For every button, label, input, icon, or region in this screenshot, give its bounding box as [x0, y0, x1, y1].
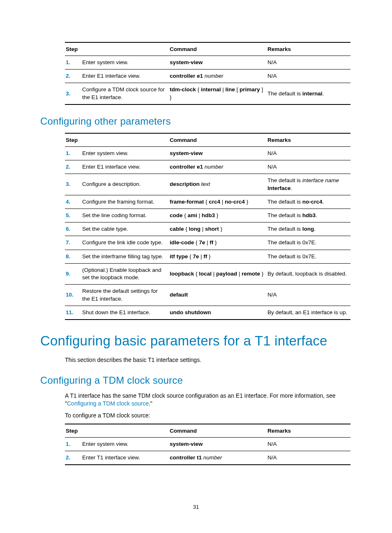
bold-text: long [189, 226, 201, 232]
th-remarks: Remarks [267, 424, 350, 438]
step-number: 1. [65, 146, 81, 160]
step-number: 10. [65, 285, 81, 306]
step-description: Shut down the E1 interface. [81, 306, 169, 320]
table-row: 1.Enter system view.system-viewN/A [65, 56, 350, 70]
bold-text: hdb3 [302, 212, 316, 218]
bold-text: internal [201, 86, 221, 93]
bold-text: ff [210, 239, 213, 246]
step-description: Enter system view. [81, 146, 169, 160]
remarks-cell: N/A [267, 437, 350, 451]
command-cell: system-view [169, 146, 267, 160]
command-cell: code { ami | hdb3 } [169, 209, 267, 222]
bold-text: ami [188, 212, 197, 218]
remarks-cell: The default is 0x7E. [267, 250, 350, 263]
table-header-row: Step Command Remarks [65, 424, 350, 438]
bold-text: controller e1 [170, 164, 203, 170]
command-cell: description text [169, 174, 267, 195]
th-step: Step [65, 424, 169, 438]
table-row: 10.Restore the default settings for the … [65, 285, 350, 306]
remarks-cell: The default is no-crc4. [267, 195, 350, 209]
table-row: 3.Configure a TDM clock source for the E… [65, 83, 350, 104]
italic-text: number [205, 164, 224, 170]
bold-text: 7e [199, 239, 205, 246]
link-config-tdm-clock[interactable]: Configuring a TDM clock source [67, 400, 149, 407]
command-cell: idle-code { 7e | ff } [169, 236, 267, 250]
remarks-cell: N/A [267, 285, 350, 306]
step-description: Enter E1 interface view. [81, 70, 169, 83]
th-command: Command [169, 42, 267, 56]
table-row: 11.Shut down the E1 interface.undo shutd… [65, 306, 350, 320]
bold-text: 7e [193, 253, 199, 260]
command-cell: tdm-clock { internal | line [ primary ] … [169, 83, 267, 104]
remarks-cell: N/A [267, 451, 350, 465]
paragraph-tdm-to-configure: To configure a TDM clock source: [65, 412, 352, 419]
table-row: 2.Enter T1 interface view.controller t1 … [65, 451, 350, 465]
text: ." [149, 400, 152, 407]
heading-tdm-clock-t1: Configuring a TDM clock source [40, 375, 352, 386]
table-row: 6.Set the cable type.cable { long | shor… [65, 222, 350, 236]
bold-text: description [170, 181, 200, 187]
table-header-row: Step Command Remarks [65, 133, 350, 147]
bold-text: no-crc4 [225, 199, 245, 205]
bold-text: cable [170, 226, 184, 232]
table-row: 3.Configure a description.description te… [65, 174, 350, 195]
remarks-cell: By default, an E1 interface is up. [267, 306, 350, 320]
step-description: (Optional.) Enable loopback and set the … [81, 263, 169, 284]
table-row: 4.Configure the framing format.frame-for… [65, 195, 350, 209]
table-t1-tdm-clock: Step Command Remarks 1.Enter system view… [65, 424, 350, 465]
th-step: Step [65, 133, 169, 147]
step-number: 11. [65, 306, 81, 320]
th-step: Step [65, 42, 169, 56]
step-description: Configure a TDM clock source for the E1 … [81, 83, 169, 104]
remarks-cell: N/A [267, 146, 350, 160]
bold-text: line [226, 86, 235, 93]
bold-text: idle-code [170, 239, 194, 246]
table-row: 8.Set the interframe filling tag type.it… [65, 250, 350, 263]
step-number: 5. [65, 209, 81, 222]
th-command: Command [169, 424, 267, 438]
bold-text: payload [216, 271, 237, 277]
command-cell: system-view [169, 437, 267, 451]
remarks-cell: N/A [267, 56, 350, 70]
bold-text: crc4 [209, 199, 220, 205]
italic-text: number [203, 454, 222, 461]
bold-text: internal [302, 90, 323, 97]
remarks-cell: N/A [267, 160, 350, 174]
table-row: 2.Enter E1 interface view.controller e1 … [65, 70, 350, 83]
table-row: 1.Enter system view.system-viewN/A [65, 437, 350, 451]
step-number: 9. [65, 263, 81, 284]
step-number: 4. [65, 195, 81, 209]
step-description: Enter T1 interface view. [81, 451, 169, 465]
remarks-cell: The default is long. [267, 222, 350, 236]
th-remarks: Remarks [267, 133, 350, 147]
table-e1-tdm-clock: Step Command Remarks 1.Enter system view… [65, 42, 350, 105]
remarks-cell: The default is hdb3. [267, 209, 350, 222]
th-command: Command [169, 133, 267, 147]
command-cell: undo shutdown [169, 306, 267, 320]
step-description: Set the interframe filling tag type. [81, 250, 169, 263]
remarks-cell: The default is 0x7E. [267, 236, 350, 250]
page-number: 31 [0, 504, 392, 510]
th-remarks: Remarks [267, 42, 350, 56]
remarks-cell: By default, loopback is disabled. [267, 263, 350, 284]
bold-text: itf type [170, 253, 188, 260]
command-cell: controller t1 number [169, 451, 267, 465]
step-number: 2. [65, 160, 81, 174]
step-description: Enter system view. [81, 437, 169, 451]
step-number: 1. [65, 437, 81, 451]
table-row: 1.Enter system view.system-viewN/A [65, 146, 350, 160]
italic-text: interface name [302, 177, 339, 183]
remarks-cell: The default is internal. [267, 83, 350, 104]
command-cell: controller e1 number [169, 160, 267, 174]
bold-text: default [170, 292, 188, 298]
step-description: Restore the default settings for the E1 … [81, 285, 169, 306]
bold-text: no-crc4 [302, 199, 323, 205]
step-number: 1. [65, 56, 81, 70]
command-cell: system-view [169, 56, 267, 70]
bold-text: system-view [170, 59, 203, 65]
bold-text: Interface [267, 185, 291, 191]
bold-text: undo shutdown [170, 309, 211, 315]
bold-text: tdm-clock [170, 86, 196, 93]
heading-t1-basic: Configuring basic parameters for a T1 in… [40, 333, 352, 349]
bold-text: primary [240, 86, 260, 93]
